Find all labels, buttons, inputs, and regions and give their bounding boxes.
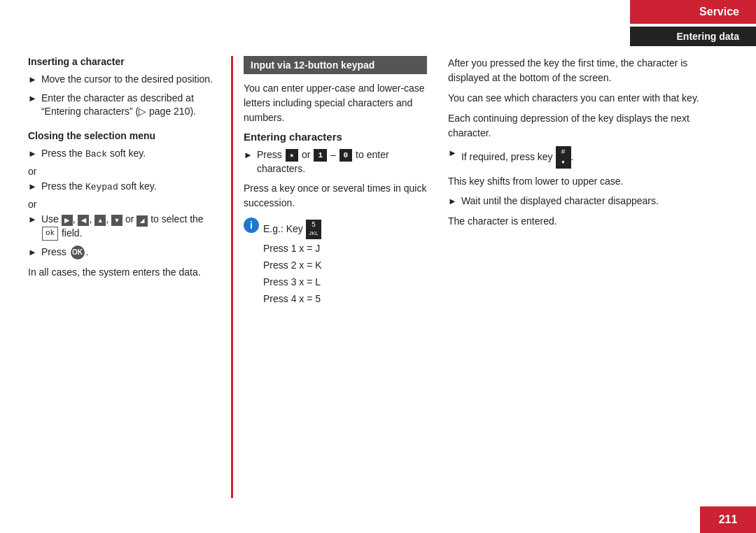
bullet-text-r1: If required, press key #♦. — [461, 146, 728, 169]
bullet-item-4: ► Press the Keypad soft key. — [28, 180, 217, 194]
arrow-icon-5: ► — [28, 213, 37, 226]
arrow-icon-6: ► — [28, 246, 37, 259]
bullet-text-r2: Wait until the displayed character disap… — [461, 194, 728, 208]
bullet-item-2: ► Enter the character as described at “E… — [28, 92, 217, 119]
eg-key-line: E.g.: Key 5JKL — [263, 220, 427, 239]
or-text-1: or — [28, 166, 217, 177]
or-text-2: or — [28, 199, 217, 210]
bullet-text-m1: Press ★ or 1 – 0 to enter characters. — [257, 148, 427, 176]
right-bullet-2: ► Wait until the displayed character dis… — [448, 194, 728, 208]
in-all-cases: In all cases, the system enters the data… — [28, 265, 217, 280]
info-block: i E.g.: Key 5JKL Press 1 x = J Press 2 x… — [244, 218, 427, 308]
one-key: 1 — [314, 149, 327, 162]
press1-line: Press 1 x = J — [263, 241, 427, 256]
intro-text: You can enter upper-case and lower-case … — [244, 81, 427, 125]
entering-data-label: Entering data — [677, 31, 739, 42]
right-para-1: After you pressed the key the first time… — [448, 56, 728, 85]
main-content: Inserting a character ► Move the cursor … — [28, 56, 728, 498]
info-icon: i — [244, 218, 259, 233]
closing-title: Closing the selection menu — [28, 130, 217, 141]
bullet-text-2: Enter the character as described at “Ent… — [41, 92, 217, 119]
arrow-icon-r1: ► — [448, 147, 457, 159]
key5-button: 5JKL — [306, 220, 321, 239]
arrow-icon-r2: ► — [448, 195, 457, 208]
arrow-icon-2: ► — [28, 92, 37, 105]
bullet-text-5: Use ▶, ◀, ▲, ▼ or ◢ to select the ok fie… — [41, 213, 217, 241]
bullet-text-6: Press OK. — [41, 246, 217, 260]
arrow-icon-1: ► — [28, 73, 37, 86]
keypad-key: Keypad — [85, 182, 118, 192]
entering-chars-title: Entering characters — [244, 131, 427, 143]
col-middle: Input via 12-button keypad You can enter… — [231, 56, 441, 498]
info-content: E.g.: Key 5JKL Press 1 x = J Press 2 x =… — [263, 218, 427, 308]
press3-line: Press 3 x = L — [263, 275, 427, 290]
zero-key: 0 — [340, 149, 353, 162]
ok-field: ok — [42, 227, 58, 240]
bullet-item-1: ► Move the cursor to the desired positio… — [28, 73, 217, 87]
bullet-item-5: ► Use ▶, ◀, ▲, ▼ or ◢ to select the ok f… — [28, 213, 217, 241]
hash-key: #♦ — [556, 146, 571, 169]
right-arrow-icon: ▶ — [62, 215, 73, 226]
right-bullet-1: ► If required, press key #♦. — [448, 146, 728, 169]
right-para-2: You can see which characters you can ent… — [448, 91, 728, 106]
right-para-5: The character is entered. — [448, 214, 728, 229]
press4-line: Press 4 x = 5 — [263, 292, 427, 306]
back-arrow-icon: ◢ — [136, 215, 148, 227]
left-arrow-icon: ◀ — [78, 215, 89, 226]
ok-round-button: OK — [71, 246, 85, 260]
bullet-item-6: ► Press OK. — [28, 246, 217, 260]
arrow-icon-3: ► — [28, 148, 37, 160]
middle-bullet-1: ► Press ★ or 1 – 0 to enter characters. — [244, 148, 427, 176]
bullet-text-3: Press the Back soft key. — [41, 147, 217, 161]
right-para-3: Each continuing depression of the key di… — [448, 111, 728, 141]
page-number: 211 — [700, 506, 756, 533]
entering-data-header: Entering data — [630, 27, 756, 46]
arrow-icon-m1: ► — [244, 149, 253, 162]
col-left: Inserting a character ► Move the cursor … — [28, 56, 231, 498]
star-key: ★ — [286, 149, 299, 162]
bullet-text-4: Press the Keypad soft key. — [41, 180, 217, 194]
right-para-4: This key shifts from lower to upper case… — [448, 174, 728, 189]
service-header: Service — [630, 0, 756, 24]
press2-line: Press 2 x = K — [263, 258, 427, 273]
input-box-title: Input via 12-button keypad — [244, 56, 427, 74]
col-right: After you pressed the key the first time… — [441, 56, 728, 498]
inserting-title: Inserting a character — [28, 56, 217, 67]
service-label: Service — [699, 6, 739, 17]
down-arrow-icon: ▼ — [111, 215, 122, 226]
bullet-item-3: ► Press the Back soft key. — [28, 147, 217, 161]
arrow-icon-4: ► — [28, 180, 37, 193]
bullet-text-1: Move the cursor to the desired position. — [41, 73, 217, 87]
back-key: Back — [85, 149, 107, 159]
press-once-text: Press a key once or several times in qui… — [244, 181, 427, 211]
up-arrow-icon: ▲ — [94, 215, 106, 226]
